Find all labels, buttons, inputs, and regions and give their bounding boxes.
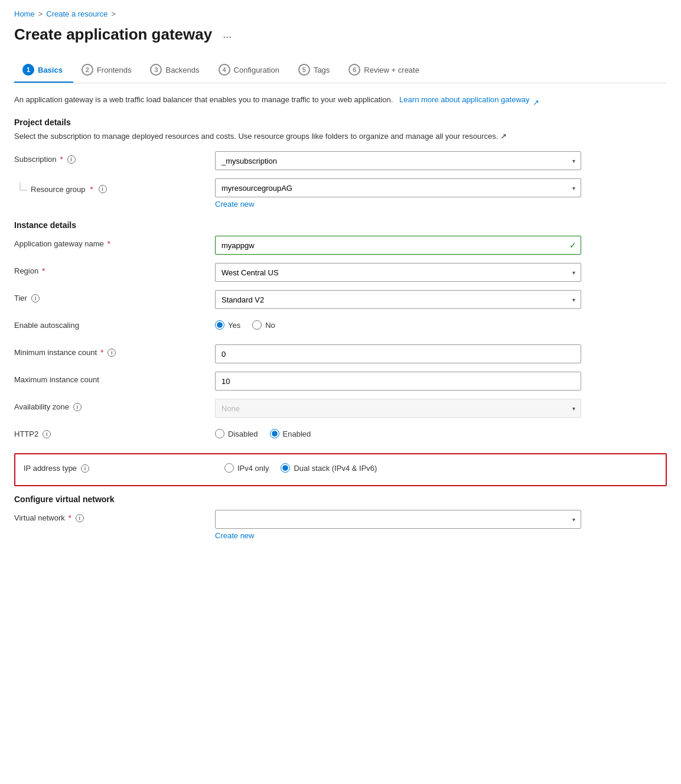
breadcrumb-create-resource[interactable]: Create a resource <box>46 9 107 18</box>
avail-zone-info-icon[interactable]: i <box>73 403 82 411</box>
max-count-control <box>215 372 581 391</box>
gateway-name-label: Application gateway name * <box>14 236 215 248</box>
ip-type-info-icon[interactable]: i <box>81 464 89 473</box>
http2-label: HTTP2 i <box>14 426 215 438</box>
avail-zone-select-wrapper: None ▾ <box>215 399 581 418</box>
http2-control: Disabled Enabled <box>215 426 581 438</box>
ip-type-row: IP address type i IPv4 only Dual stack (… <box>24 460 657 479</box>
tab-basics[interactable]: 1 Basics <box>14 58 73 83</box>
resource-group-info-icon[interactable]: i <box>99 185 107 193</box>
http2-disabled-radio[interactable] <box>215 429 224 438</box>
region-required: * <box>42 266 45 275</box>
min-count-label: Minimum instance count * i <box>14 344 215 357</box>
autoscaling-control: Yes No <box>215 317 581 330</box>
min-count-required: * <box>100 348 103 357</box>
ip-type-ipv4-label: IPv4 only <box>237 464 269 473</box>
breadcrumb-home[interactable]: Home <box>14 9 35 18</box>
tier-label: Tier i <box>14 290 215 302</box>
ip-type-dual-option[interactable]: Dual stack (IPv4 & IPv6) <box>281 463 377 473</box>
tab-frontends-label: Frontends <box>97 66 132 74</box>
vnet-select-wrapper: ▾ <box>215 510 581 529</box>
instance-details-title: Instance details <box>14 220 667 230</box>
ip-type-highlight-box: IP address type i IPv4 only Dual stack (… <box>14 453 667 486</box>
http2-radio-group: Disabled Enabled <box>215 426 581 438</box>
tab-configuration-label: Configuration <box>234 66 279 74</box>
vnet-info-icon[interactable]: i <box>76 514 84 522</box>
resource-group-select[interactable]: myresourcegroupAG <box>215 178 581 197</box>
breadcrumb-sep2: > <box>111 9 116 18</box>
autoscaling-yes-option[interactable]: Yes <box>215 320 240 330</box>
region-row: Region * West Central US ▾ <box>14 263 667 282</box>
vnet-create-new-link[interactable]: Create new <box>215 531 254 540</box>
tab-basics-label: Basics <box>38 66 63 74</box>
project-desc-ext-icon: ↗ <box>500 132 507 141</box>
ip-type-ipv4-radio[interactable] <box>224 463 234 473</box>
subscription-row: Subscription * i _mysubscription ▾ <box>14 151 667 170</box>
resource-group-control: myresourcegroupAG ▾ Create new <box>215 178 581 209</box>
gateway-name-wrapper: ✓ <box>215 236 581 255</box>
tab-tags[interactable]: 5 Tags <box>290 58 340 83</box>
tab-review-create[interactable]: 6 Review + create <box>340 58 430 83</box>
subscription-info-icon[interactable]: i <box>67 155 76 164</box>
avail-zone-row: Availability zone i None ▾ <box>14 399 667 418</box>
http2-enabled-label: Enabled <box>283 430 311 438</box>
http2-row: HTTP2 i Disabled Enabled <box>14 426 667 445</box>
min-count-input[interactable] <box>215 344 581 363</box>
autoscaling-yes-radio[interactable] <box>215 320 224 330</box>
ip-type-radio-group: IPv4 only Dual stack (IPv4 & IPv6) <box>224 460 591 473</box>
tab-review-label: Review + create <box>364 66 419 74</box>
tier-select[interactable]: Standard V2 <box>215 290 581 309</box>
subscription-select[interactable]: _mysubscription <box>215 151 581 170</box>
http2-enabled-option[interactable]: Enabled <box>270 429 311 438</box>
http2-disabled-option[interactable]: Disabled <box>215 429 258 438</box>
project-details-desc: Select the subscription to manage deploy… <box>14 131 667 142</box>
region-select[interactable]: West Central US <box>215 263 581 282</box>
min-count-control <box>215 344 581 363</box>
http2-enabled-radio[interactable] <box>270 429 279 438</box>
resource-group-row: Resource group * i myresourcegroupAG ▾ C… <box>14 178 667 209</box>
autoscaling-no-label: No <box>265 321 275 330</box>
avail-zone-select[interactable]: None <box>215 399 581 418</box>
tab-backends-number: 3 <box>150 64 162 76</box>
autoscaling-row: Enable autoscaling Yes No <box>14 317 667 336</box>
vnet-label: Virtual network * i <box>14 510 215 522</box>
project-details-title: Project details <box>14 118 667 127</box>
max-count-input[interactable] <box>215 372 581 391</box>
name-required: * <box>107 239 110 248</box>
min-count-info-icon[interactable]: i <box>107 349 116 357</box>
ip-type-label: IP address type i <box>24 460 224 473</box>
tab-backends[interactable]: 3 Backends <box>142 58 210 83</box>
tab-configuration[interactable]: 4 Configuration <box>210 58 290 83</box>
tier-info-icon[interactable]: i <box>31 294 40 302</box>
ip-type-control: IPv4 only Dual stack (IPv4 & IPv6) <box>224 460 591 473</box>
tier-select-wrapper: Standard V2 ▾ <box>215 290 581 309</box>
breadcrumb: Home > Create a resource > <box>14 9 667 18</box>
tab-review-number: 6 <box>348 64 360 76</box>
page-title: Create application gateway <box>14 25 212 44</box>
min-count-row: Minimum instance count * i <box>14 344 667 363</box>
avail-zone-control: None ▾ <box>215 399 581 418</box>
http2-info-icon[interactable]: i <box>43 430 51 438</box>
vnet-title: Configure virtual network <box>14 495 667 504</box>
ip-type-dual-label: Dual stack (IPv4 & IPv6) <box>294 464 377 473</box>
vnet-select[interactable] <box>215 510 581 529</box>
ip-type-ipv4-option[interactable]: IPv4 only <box>224 463 269 473</box>
tab-frontends[interactable]: 2 Frontends <box>73 58 142 83</box>
resource-group-create-new-link[interactable]: Create new <box>215 200 254 209</box>
instance-details-section: Instance details Application gateway nam… <box>14 220 667 486</box>
subscription-label: Subscription * i <box>14 151 215 164</box>
subscription-control: _mysubscription ▾ <box>215 151 581 170</box>
max-count-row: Maximum instance count <box>14 372 667 391</box>
ellipsis-button[interactable]: ... <box>219 27 235 42</box>
tab-frontends-number: 2 <box>82 64 93 76</box>
learn-more-link[interactable]: Learn more about application gateway ↗ <box>397 95 540 104</box>
gateway-name-input[interactable] <box>215 236 581 255</box>
page-title-row: Create application gateway ... <box>14 25 667 44</box>
ip-type-dual-radio[interactable] <box>281 463 290 473</box>
subscription-required: * <box>60 155 63 164</box>
autoscaling-no-radio[interactable] <box>252 320 262 330</box>
vnet-required: * <box>69 513 71 522</box>
autoscaling-no-option[interactable]: No <box>252 320 275 330</box>
description-text: An application gateway is a web traffic … <box>14 95 393 104</box>
http2-disabled-label: Disabled <box>228 430 258 438</box>
